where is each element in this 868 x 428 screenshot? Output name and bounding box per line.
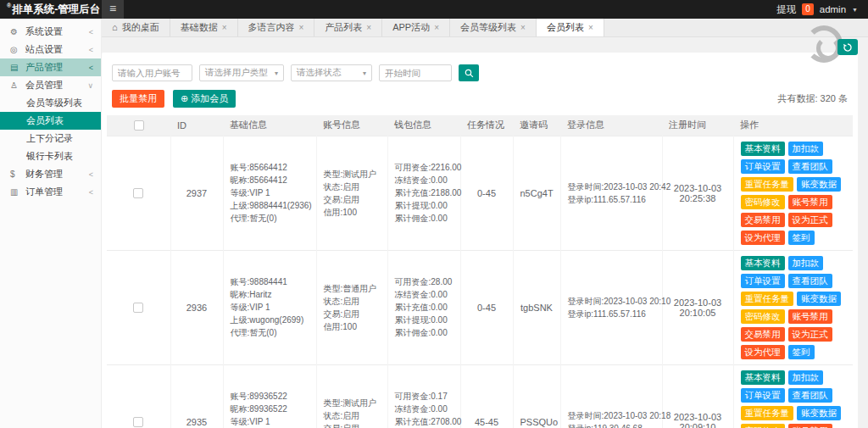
tab-5[interactable]: 会员等级列表×: [450, 19, 537, 36]
info-label: 交易:: [324, 195, 343, 204]
info-line: 等级:VIP 1: [231, 301, 309, 314]
tab-1[interactable]: 基础数据×: [170, 19, 238, 36]
disable-trade-button[interactable]: 交易禁用: [741, 327, 785, 342]
tab-3[interactable]: 产品列表×: [314, 19, 382, 36]
info-line: 冻结资金:0.00: [395, 288, 453, 301]
info-line: 代理:暂无(0): [231, 212, 309, 225]
order-settings-button[interactable]: 订单设置: [741, 274, 785, 288]
info-label: 登录时间:: [568, 411, 604, 420]
view-team-button[interactable]: 查看团队: [788, 274, 832, 288]
search-button[interactable]: [459, 64, 479, 81]
sidebar-item-2[interactable]: ▤产品管理<: [0, 58, 101, 76]
info-value: 测试用户: [342, 170, 376, 179]
change-password-button[interactable]: 密码修改: [741, 309, 785, 324]
batch-disable-button[interactable]: 批量禁用: [112, 90, 164, 108]
select-all-checkbox[interactable]: [134, 120, 144, 131]
sign-in-button[interactable]: 签到: [788, 345, 815, 359]
sidebar-item-0[interactable]: ⚙系统设置<: [0, 23, 101, 41]
sidebar-subitem-2[interactable]: 上下分记录: [0, 130, 101, 147]
disable-account-button[interactable]: 账号禁用: [788, 309, 832, 324]
order-icon: ▥: [10, 187, 21, 197]
account-search-input[interactable]: [112, 64, 192, 81]
change-password-button[interactable]: 密码修改: [741, 424, 785, 428]
refresh-button[interactable]: [837, 39, 858, 55]
sidebar-subitem-0[interactable]: 会员等级列表: [0, 94, 101, 112]
sidebar-subitem-3[interactable]: 银行卡列表: [0, 147, 101, 165]
account-changes-button[interactable]: 账变数据: [797, 292, 841, 306]
sign-in-button[interactable]: 签到: [788, 231, 815, 245]
status-select[interactable]: 请选择状态 ▾: [291, 64, 372, 81]
hamburger-menu-icon[interactable]: ≡: [102, 0, 124, 19]
actions-cell: 基本资料加扣款订单设置查看团队重置任务量账变数据密码修改账号禁用交易禁用设为正式…: [733, 250, 853, 364]
adjust-funds-button[interactable]: 加扣款: [788, 256, 824, 270]
reset-tasks-button[interactable]: 重置任务量: [741, 406, 794, 420]
disable-account-button[interactable]: 账号禁用: [788, 195, 832, 209]
sidebar-item-1[interactable]: ◎站点设置<: [0, 41, 101, 58]
adjust-funds-button[interactable]: 加扣款: [788, 370, 824, 385]
user-type-select[interactable]: 请选择用户类型 ▾: [199, 64, 284, 81]
row-checkbox[interactable]: [133, 188, 143, 198]
wallet-info-cell: 可用资金:28.00冻结资金:0.00累计充值:0.00累计提现:0.00累计佣…: [387, 250, 460, 364]
info-value: 启用: [342, 195, 359, 204]
add-member-label: 添加会员: [191, 92, 228, 105]
info-line: 登录时间:2023-10-03 20:42: [568, 181, 655, 193]
info-value: 0.00: [431, 201, 447, 210]
change-password-button[interactable]: 密码修改: [741, 195, 785, 209]
add-member-button[interactable]: ⊕ 添加会员: [173, 90, 236, 108]
info-label: 账号:: [231, 163, 250, 172]
reset-tasks-button[interactable]: 重置任务量: [741, 177, 794, 192]
info-line: 代理:暂无(0): [231, 326, 309, 339]
tab-label: APP活动: [392, 19, 430, 36]
set-official-button[interactable]: 设为正式: [788, 213, 832, 227]
basic-info-button[interactable]: 基本资料: [741, 142, 785, 156]
order-settings-button[interactable]: 订单设置: [741, 159, 785, 174]
info-label: 累计佣金:: [395, 214, 431, 223]
info-label: 类型:: [324, 284, 343, 293]
close-icon[interactable]: ×: [588, 19, 593, 36]
tab-4[interactable]: APP活动×: [382, 19, 450, 36]
view-team-button[interactable]: 查看团队: [788, 388, 832, 403]
info-line: 类型:测试用户: [324, 168, 381, 181]
sidebar: ⚙系统设置<◎站点设置<▤产品管理<♙会员管理∨会员等级列表会员列表上下分记录银…: [0, 19, 102, 428]
order-settings-button[interactable]: 订单设置: [741, 388, 785, 403]
info-label: 登录ip:: [568, 309, 594, 319]
info-value: 暂无(0): [249, 328, 276, 337]
basic-info-button[interactable]: 基本资料: [741, 256, 785, 270]
disable-account-button[interactable]: 账号禁用: [788, 424, 832, 428]
view-team-button[interactable]: 查看团队: [788, 159, 832, 174]
adjust-funds-button[interactable]: 加扣款: [788, 142, 824, 156]
tab-0[interactable]: ⌂我的桌面: [102, 19, 170, 36]
info-value: 0.00: [431, 303, 447, 312]
sidebar-item-5[interactable]: ▥订单管理<: [0, 183, 101, 201]
set-official-button[interactable]: 设为正式: [788, 327, 832, 342]
close-icon[interactable]: ×: [299, 19, 304, 36]
close-icon[interactable]: ×: [366, 19, 371, 36]
sidebar-subitem-1[interactable]: 会员列表: [0, 112, 101, 130]
info-value: 启用: [342, 297, 359, 306]
set-agent-button[interactable]: 设为代理: [741, 231, 785, 245]
close-icon[interactable]: ×: [520, 19, 526, 36]
account-changes-button[interactable]: 账变数据: [797, 406, 841, 420]
basic-info-button[interactable]: 基本资料: [741, 370, 785, 385]
row-checkbox[interactable]: [133, 417, 143, 427]
info-label: 交易:: [324, 424, 343, 428]
withdraw-count-badge[interactable]: 0: [802, 3, 814, 15]
disable-trade-button[interactable]: 交易禁用: [741, 213, 785, 227]
start-time-input[interactable]: [379, 64, 452, 81]
info-line: 登录ip:119.30.46.68: [568, 422, 655, 428]
sidebar-item-3[interactable]: ♙会员管理∨: [0, 76, 101, 94]
tab-2[interactable]: 多语言内容×: [238, 19, 315, 36]
close-icon[interactable]: ×: [434, 19, 439, 36]
row-checkbox[interactable]: [133, 303, 143, 313]
tab-6[interactable]: 会员列表×: [537, 19, 604, 36]
info-line: 累计充值:2188.00: [395, 186, 453, 199]
account-changes-button[interactable]: 账变数据: [797, 177, 841, 192]
sidebar-item-4[interactable]: $财务管理<: [0, 165, 101, 183]
withdraw-link[interactable]: 提现: [776, 3, 796, 16]
set-agent-button[interactable]: 设为代理: [741, 345, 785, 359]
info-line: 累计提现:0.00: [395, 314, 453, 326]
user-menu[interactable]: admin: [820, 4, 846, 14]
reset-tasks-button[interactable]: 重置任务量: [741, 292, 794, 306]
info-value: 2023-10-03 20:10: [604, 297, 670, 306]
close-icon[interactable]: ×: [222, 19, 227, 36]
